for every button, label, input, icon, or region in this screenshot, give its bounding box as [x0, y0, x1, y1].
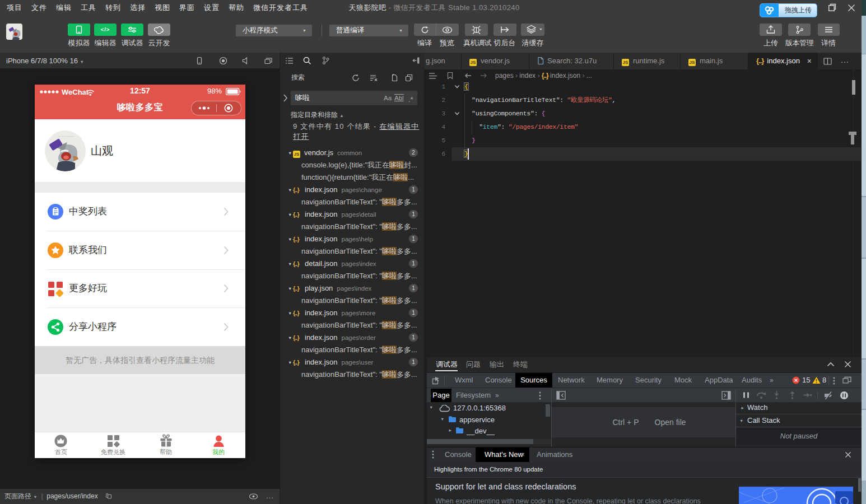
svg-text:~~~~~~: ~~~~~~ — [59, 134, 75, 138]
svg-text:WeChat: WeChat — [62, 88, 89, 96]
